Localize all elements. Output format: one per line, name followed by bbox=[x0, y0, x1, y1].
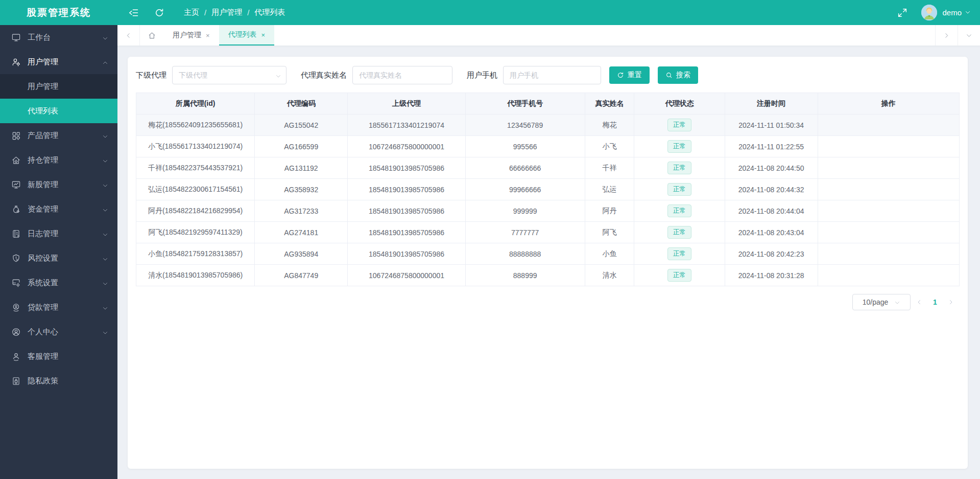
cell-owner-agent-id: 小飞(1855617133401219074) bbox=[136, 136, 255, 157]
tab-user-management[interactable]: 用户管理 × bbox=[163, 25, 219, 45]
next-page-icon[interactable] bbox=[942, 294, 960, 310]
avatar[interactable] bbox=[921, 5, 937, 20]
money-bag-icon bbox=[11, 204, 21, 214]
sidebar-item-user-management[interactable]: 用户管理 bbox=[0, 50, 117, 74]
table-row[interactable]: 小鱼(1854821759128313857) AG935894 1854819… bbox=[136, 243, 960, 265]
table-row[interactable]: 清水(1854819013985705986) AG847749 1067246… bbox=[136, 265, 960, 286]
sidebar-item-label: 风控设置 bbox=[28, 254, 102, 263]
close-icon[interactable]: × bbox=[206, 32, 210, 39]
username[interactable]: demo bbox=[942, 8, 962, 17]
loan-icon bbox=[11, 303, 21, 312]
sidebar-item-new-stock-management[interactable]: 新股管理 bbox=[0, 172, 117, 197]
col-owner-agent-id: 所属代理(id) bbox=[136, 93, 255, 115]
cell-agent-status: 正常 bbox=[634, 157, 725, 179]
cell-agent-code: AG131192 bbox=[255, 157, 348, 179]
cell-real-name: 阿丹 bbox=[585, 200, 634, 222]
sidebar-item-risk-control-settings[interactable]: 风控设置 bbox=[0, 246, 117, 270]
page-number[interactable]: 1 bbox=[928, 298, 942, 306]
tabs-options-chevron-down-icon[interactable] bbox=[958, 25, 980, 45]
home-icon[interactable] bbox=[140, 25, 163, 45]
col-real-name: 真实姓名 bbox=[585, 93, 634, 115]
table-row[interactable]: 小飞(1855617133401219074) AG166599 1067246… bbox=[136, 136, 960, 157]
cell-agent-status: 正常 bbox=[634, 265, 725, 286]
status-badge: 正常 bbox=[667, 162, 691, 174]
reset-button[interactable]: 重置 bbox=[609, 66, 650, 84]
collapse-sidebar-icon[interactable] bbox=[129, 8, 139, 18]
refresh-icon[interactable] bbox=[154, 8, 164, 18]
cell-real-name: 小鱼 bbox=[585, 243, 634, 265]
sidebar-item-product-management[interactable]: 产品管理 bbox=[0, 123, 117, 148]
cell-agent-code: AG166599 bbox=[255, 136, 348, 157]
cell-agent-status: 正常 bbox=[634, 222, 725, 243]
cell-actions bbox=[818, 115, 959, 136]
status-badge: 正常 bbox=[667, 183, 691, 195]
tabs-scroll-right-icon[interactable] bbox=[935, 25, 958, 45]
sidebar-item-funds-management[interactable]: 资金管理 bbox=[0, 197, 117, 221]
filter-label: 用户手机 bbox=[467, 71, 497, 80]
sidebar-subitem-label: 用户管理 bbox=[28, 82, 58, 92]
breadcrumb: 主页 / 用户管理 / 代理列表 bbox=[184, 8, 285, 17]
header-bar: 主页 / 用户管理 / 代理列表 demo bbox=[117, 5, 980, 20]
page-size-select[interactable]: 10/page bbox=[852, 294, 911, 310]
table-row[interactable]: 阿飞(1854821929597411329) AG274181 1854819… bbox=[136, 222, 960, 243]
cell-parent-agent: 1854819013985705986 bbox=[348, 200, 466, 222]
cell-actions bbox=[818, 243, 959, 265]
sidebar-subitem-agent-list[interactable]: 代理列表 bbox=[0, 99, 117, 123]
cell-parent-agent: 1854819013985705986 bbox=[348, 179, 466, 200]
shield-icon bbox=[11, 254, 21, 263]
sidebar-item-loan-management[interactable]: 贷款管理 bbox=[0, 295, 117, 320]
sidebar-subitem-label: 代理列表 bbox=[28, 106, 58, 116]
tabs-scroll-left-icon[interactable] bbox=[117, 25, 140, 45]
sub-agent-select[interactable] bbox=[172, 66, 286, 84]
table-row[interactable]: 梅花(1855624091235655681) AG155042 1855617… bbox=[136, 115, 960, 136]
content-area: 用户管理 × 代理列表 × 下级代理 代理真实姓名 bbox=[117, 25, 980, 479]
tab-label: 用户管理 bbox=[173, 31, 201, 40]
table-row[interactable]: 弘运(1854822300617154561) AG358932 1854819… bbox=[136, 179, 960, 200]
cell-owner-agent-id: 阿丹(1854822184216829954) bbox=[136, 200, 255, 222]
table-row[interactable]: 千祥(1854822375443537921) AG131192 1854819… bbox=[136, 157, 960, 179]
search-icon bbox=[665, 72, 673, 79]
cell-owner-agent-id: 小鱼(1854821759128313857) bbox=[136, 243, 255, 265]
breadcrumb-separator: / bbox=[204, 8, 206, 17]
sidebar-item-position-management[interactable]: 持仓管理 bbox=[0, 148, 117, 172]
user-phone-input[interactable] bbox=[503, 66, 601, 84]
breadcrumb-user-management[interactable]: 用户管理 bbox=[211, 8, 242, 17]
tab-label: 代理列表 bbox=[228, 30, 257, 39]
filter-label: 下级代理 bbox=[136, 71, 166, 80]
cell-agent-phone: 66666666 bbox=[465, 157, 585, 179]
sidebar-item-customer-service[interactable]: 客服管理 bbox=[0, 344, 117, 369]
table-row[interactable]: 阿丹(1854822184216829954) AG317233 1854819… bbox=[136, 200, 960, 222]
cell-register-time: 2024-11-08 20:42:23 bbox=[725, 243, 818, 265]
cell-parent-agent: 1854819013985705986 bbox=[348, 157, 466, 179]
close-icon[interactable]: × bbox=[261, 32, 266, 38]
chevron-down-icon bbox=[102, 255, 108, 261]
sidebar-item-privacy-policy[interactable]: 隐私政策 bbox=[0, 369, 117, 393]
pagination: 10/page 1 bbox=[136, 294, 960, 310]
home-gear-icon bbox=[11, 155, 21, 165]
user-menu-chevron-down-icon[interactable] bbox=[965, 8, 971, 17]
search-button[interactable]: 搜索 bbox=[658, 66, 698, 84]
sidebar-item-personal-center[interactable]: 个人中心 bbox=[0, 320, 117, 344]
breadcrumb-home[interactable]: 主页 bbox=[184, 8, 199, 17]
sidebar-subitem-user-management[interactable]: 用户管理 bbox=[0, 74, 117, 99]
chevron-down-icon bbox=[102, 231, 108, 237]
fullscreen-icon[interactable] bbox=[897, 7, 908, 18]
cell-owner-agent-id: 清水(1854819013985705986) bbox=[136, 265, 255, 286]
cell-agent-code: AG317233 bbox=[255, 200, 348, 222]
sidebar: 工作台 用户管理 用户管理 代理列表 产品管理 持仓管理 新股管理 资金管理 bbox=[0, 25, 117, 479]
cell-register-time: 2024-11-08 20:44:04 bbox=[725, 200, 818, 222]
filter-user-phone: 用户手机 bbox=[467, 66, 601, 84]
sidebar-item-system-settings[interactable]: 系统设置 bbox=[0, 270, 117, 295]
cell-parent-agent: 1854819013985705986 bbox=[348, 243, 466, 265]
sidebar-item-log-management[interactable]: 日志管理 bbox=[0, 221, 117, 246]
cell-agent-phone: 888999 bbox=[465, 265, 585, 286]
status-badge: 正常 bbox=[667, 247, 691, 260]
prev-page-icon[interactable] bbox=[911, 294, 928, 310]
status-badge: 正常 bbox=[667, 204, 691, 217]
agent-real-name-input[interactable] bbox=[352, 66, 452, 84]
tab-agent-list[interactable]: 代理列表 × bbox=[219, 25, 275, 45]
sidebar-item-workbench[interactable]: 工作台 bbox=[0, 25, 117, 50]
grid-icon bbox=[11, 131, 21, 141]
search-button-label: 搜索 bbox=[676, 71, 690, 80]
app-header: 股票管理系统 主页 / 用户管理 / 代理列表 demo bbox=[0, 0, 980, 25]
